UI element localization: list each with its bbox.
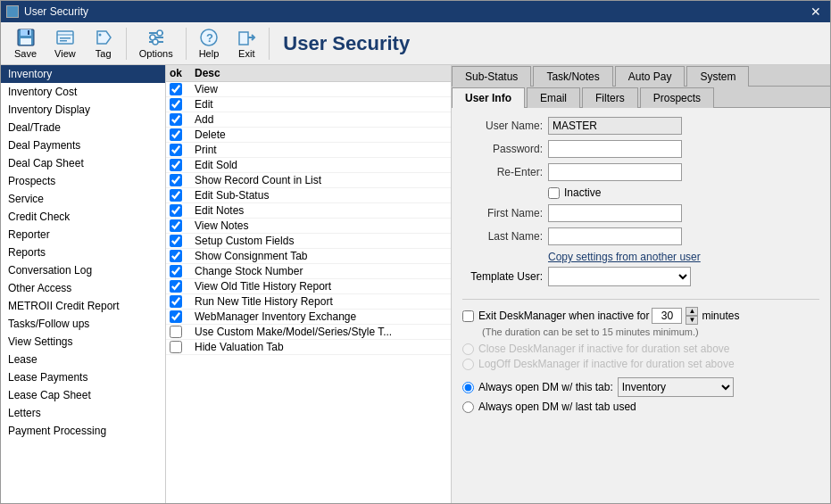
- sidebar-item-deal-payments[interactable]: Deal Payments: [1, 136, 165, 154]
- list-row-ok: [170, 159, 195, 171]
- tab-sub-status[interactable]: Sub-Status: [452, 66, 531, 87]
- list-item: Edit Sub-Status: [166, 188, 451, 203]
- sidebar-item-reporter[interactable]: Reporter: [1, 226, 165, 244]
- list-checkbox[interactable]: [170, 144, 182, 156]
- tag-button[interactable]: Tag: [86, 25, 121, 62]
- tab-email[interactable]: Email: [527, 87, 580, 108]
- tab-auto-pay[interactable]: Auto Pay: [615, 66, 686, 87]
- list-checkbox[interactable]: [170, 235, 182, 247]
- list-item: Show Consignment Tab: [166, 249, 451, 264]
- sidebar-item-service[interactable]: Service: [1, 190, 165, 208]
- list-checkbox[interactable]: [170, 128, 182, 141]
- lastname-input[interactable]: [548, 227, 682, 245]
- svg-point-9: [98, 34, 101, 37]
- list-checkbox[interactable]: [170, 326, 182, 338]
- list-label: Edit Sold: [195, 159, 237, 171]
- template-select[interactable]: [548, 267, 691, 286]
- toolbar: Save View Tag: [1, 22, 830, 65]
- save-button[interactable]: Save: [6, 25, 45, 62]
- always-open-select[interactable]: Inventory: [618, 377, 734, 397]
- list-checkbox[interactable]: [170, 250, 182, 262]
- copy-settings-link[interactable]: Copy settings from another user: [548, 251, 819, 263]
- list-checkbox[interactable]: [170, 280, 182, 293]
- copy-settings-section: Copy settings from another user Template…: [462, 251, 819, 292]
- sidebar-item-conversation-log[interactable]: Conversation Log: [1, 261, 165, 279]
- minutes-input[interactable]: [652, 308, 682, 324]
- tab-user-info[interactable]: User Info: [452, 87, 525, 108]
- list-checkbox[interactable]: [170, 295, 182, 308]
- tab-system[interactable]: System: [686, 66, 749, 87]
- inactive-duration-checkbox[interactable]: [462, 310, 474, 322]
- svg-rect-3: [28, 30, 29, 35]
- list-label: Show Record Count in List: [195, 174, 321, 186]
- sidebar-item-other-access[interactable]: Other Access: [1, 279, 165, 297]
- list-item: View Old Title History Report: [166, 279, 451, 294]
- sidebar-item-prospects[interactable]: Prospects: [1, 172, 165, 190]
- list-row-ok: [170, 128, 195, 141]
- list-item: Edit Sold: [166, 158, 451, 173]
- inactive-checkbox[interactable]: [548, 187, 560, 199]
- tabs-row2: User InfoEmailFiltersProspects: [452, 87, 830, 108]
- open-tab-radio[interactable]: [462, 382, 474, 393]
- tag-icon: [94, 28, 113, 47]
- tab-task-notes[interactable]: Task/Notes: [533, 66, 612, 87]
- list-row-ok: [170, 310, 195, 323]
- tab-prospects[interactable]: Prospects: [640, 87, 714, 108]
- view-label: View: [54, 48, 76, 59]
- list-checkbox[interactable]: [170, 174, 182, 186]
- firstname-input[interactable]: [548, 204, 682, 222]
- list-item: Use Custom Make/Model/Series/Style T...: [166, 325, 451, 340]
- list-checkbox[interactable]: [170, 83, 182, 95]
- svg-rect-18: [239, 32, 248, 45]
- options-button[interactable]: Options: [131, 25, 181, 62]
- list-checkbox[interactable]: [170, 113, 182, 126]
- svg-text:?: ?: [206, 31, 213, 45]
- sidebar-item-letters[interactable]: Letters: [1, 404, 165, 422]
- sidebar-item-deal-cap-sheet[interactable]: Deal Cap Sheet: [1, 154, 165, 172]
- sidebar-item-inventory-display[interactable]: Inventory Display: [1, 101, 165, 119]
- spin-down[interactable]: ▼: [686, 316, 698, 325]
- username-input[interactable]: [548, 117, 682, 135]
- sidebar-item-credit-check[interactable]: Credit Check: [1, 208, 165, 226]
- sidebar-item-inventory-cost[interactable]: Inventory Cost: [1, 83, 165, 101]
- middle-panel: ok Desc ViewEditAddDeletePrintEdit SoldS…: [166, 65, 452, 503]
- close-radio[interactable]: [462, 343, 474, 355]
- list-label: WebManager Inventory Exchange: [195, 310, 356, 323]
- open-last-radio[interactable]: [462, 401, 474, 413]
- list-checkbox[interactable]: [170, 189, 182, 202]
- sidebar-item-reports[interactable]: Reports: [1, 244, 165, 261]
- view-button[interactable]: View: [46, 25, 84, 62]
- list-checkbox[interactable]: [170, 204, 182, 217]
- list-checkbox[interactable]: [170, 159, 182, 171]
- logoff-radio[interactable]: [462, 359, 474, 370]
- list-label: Add: [195, 113, 213, 126]
- sidebar-item-view-settings[interactable]: View Settings: [1, 333, 165, 351]
- close-button[interactable]: ✕: [807, 4, 825, 19]
- list-checkbox[interactable]: [170, 310, 182, 323]
- sidebar-item-payment-processing[interactable]: Payment Processing: [1, 422, 165, 440]
- list-item: Run New Title History Report: [166, 294, 451, 310]
- password-input[interactable]: [548, 140, 682, 158]
- save-label: Save: [14, 48, 37, 59]
- list-item: View: [166, 82, 451, 97]
- list-checkbox[interactable]: [170, 265, 182, 277]
- sidebar-item-tasks/follow-ups[interactable]: Tasks/Follow ups: [1, 315, 165, 333]
- sidebar-item-lease-payments[interactable]: Lease Payments: [1, 368, 165, 386]
- reenter-input[interactable]: [548, 163, 682, 181]
- save-icon: [16, 28, 36, 47]
- sidebar-item-lease-cap-sheet[interactable]: Lease Cap Sheet: [1, 386, 165, 404]
- exit-button[interactable]: Exit: [229, 25, 264, 62]
- list-item: Hide Valuation Tab: [166, 340, 451, 355]
- sidebar-item-metroii-credit-report[interactable]: METROII Credit Report: [1, 297, 165, 315]
- spin-up[interactable]: ▲: [686, 307, 698, 316]
- sidebar-item-inventory[interactable]: Inventory: [1, 65, 165, 83]
- help-button[interactable]: ? Help: [191, 25, 228, 62]
- close-radio-label: Close DeskManager if inactive for durati…: [478, 343, 729, 355]
- tab-filters[interactable]: Filters: [582, 87, 638, 108]
- list-label: Hide Valuation Tab: [195, 341, 284, 353]
- list-checkbox[interactable]: [170, 98, 182, 111]
- list-checkbox[interactable]: [170, 219, 182, 232]
- sidebar-item-deal/trade[interactable]: Deal/Trade: [1, 119, 165, 136]
- list-checkbox[interactable]: [170, 341, 182, 353]
- sidebar-item-lease[interactable]: Lease: [1, 351, 165, 368]
